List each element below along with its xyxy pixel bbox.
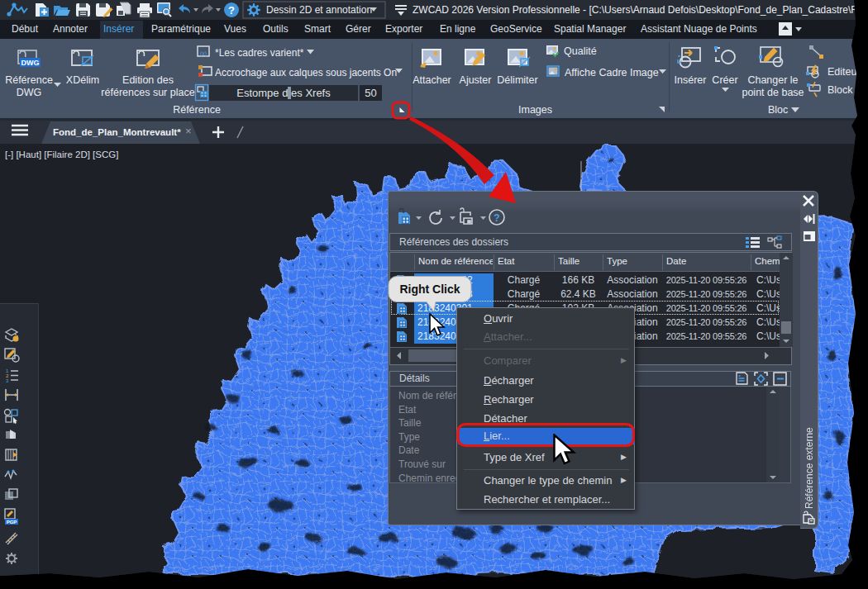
- svg-text:PGP: PGP: [7, 520, 17, 525]
- svg-text:(x): (x): [200, 50, 207, 57]
- svg-text:?: ?: [228, 4, 235, 17]
- svg-text:?: ?: [494, 212, 499, 224]
- svg-text:3: 3: [6, 378, 9, 383]
- svg-text:Right Click: Right Click: [399, 283, 460, 296]
- svg-text:DWG: DWG: [21, 59, 40, 67]
